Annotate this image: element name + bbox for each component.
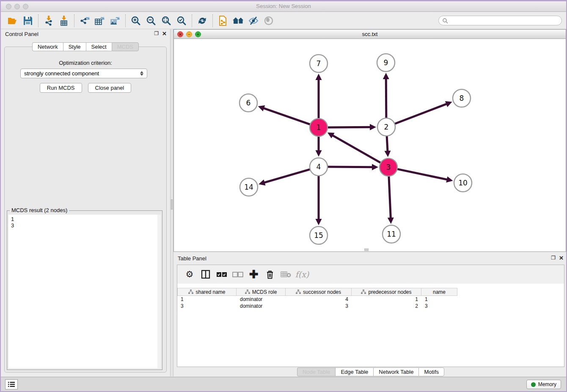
graph-edge-3-1[interactable] xyxy=(328,133,382,163)
table-cell[interactable]: 1 xyxy=(177,296,237,303)
show-graphics-details-icon[interactable] xyxy=(261,14,276,28)
network-view-window: ✕ − + scc.txt 7968124314101511 xyxy=(173,29,566,252)
graph-node-11[interactable]: 11 xyxy=(383,225,400,243)
table-options-icon[interactable]: ⚙ xyxy=(182,268,197,281)
graph-edge-4-3[interactable] xyxy=(327,164,378,170)
table-cell[interactable]: 3 xyxy=(177,303,237,309)
create-column-icon[interactable]: ✚ xyxy=(247,268,261,281)
column-label: MCDS role xyxy=(252,289,277,295)
graph-node-1[interactable]: 1 xyxy=(310,119,328,136)
select-all-checkboxes-icon[interactable] xyxy=(215,268,229,281)
deselect-all-checkboxes-icon[interactable] xyxy=(231,268,245,281)
column-type-icon xyxy=(296,290,301,294)
panel-splitter[interactable] xyxy=(170,29,173,376)
table-cell[interactable]: 1 xyxy=(421,296,457,303)
export-image-icon[interactable] xyxy=(107,14,123,28)
zoom-in-icon[interactable] xyxy=(128,14,143,28)
tab-node-table[interactable]: Node Table xyxy=(297,367,336,376)
graph-node-7[interactable]: 7 xyxy=(310,55,328,72)
open-file-icon[interactable] xyxy=(5,14,20,28)
table-cell[interactable]: 4 xyxy=(286,296,352,303)
result-scrollbar[interactable] xyxy=(157,215,161,368)
table-cell[interactable]: 2 xyxy=(352,303,421,309)
duplicate-network-icon[interactable] xyxy=(215,14,231,28)
graph-edge-1-7[interactable] xyxy=(316,74,322,119)
graph-node-6[interactable]: 6 xyxy=(239,94,257,112)
graph-edge-4-15[interactable] xyxy=(316,175,322,225)
show-column-icon[interactable] xyxy=(198,268,213,281)
tab-motifs[interactable]: Motifs xyxy=(418,367,444,376)
table-cell[interactable]: 3 xyxy=(421,303,457,309)
export-network-icon[interactable] xyxy=(77,14,92,28)
search-input[interactable] xyxy=(448,18,561,24)
graph-edge-2-9[interactable] xyxy=(383,73,389,119)
tab-style[interactable]: Style xyxy=(63,42,86,51)
column-header-name[interactable]: name xyxy=(421,288,457,296)
table-cell[interactable]: dominator xyxy=(237,296,286,303)
table-header-row: shared nameMCDS rolesuccessor nodesprede… xyxy=(177,288,564,296)
graph-node-2[interactable]: 2 xyxy=(377,118,395,136)
optimization-criterion-select[interactable]: strongly connected component xyxy=(20,69,147,78)
table-cell[interactable]: 3 xyxy=(286,303,352,309)
graph-node-9[interactable]: 9 xyxy=(377,54,395,72)
table-cell[interactable]: dominator xyxy=(237,303,286,309)
task-history-button[interactable] xyxy=(5,379,18,389)
network-graph[interactable]: 7968124314101511 xyxy=(174,39,566,252)
tab-mcds[interactable]: MCDS xyxy=(112,42,139,51)
export-table-icon[interactable] xyxy=(92,14,107,28)
window-titlebar: Session: New Session xyxy=(1,1,566,12)
import-table-icon[interactable] xyxy=(56,14,72,28)
splitter-grip[interactable] xyxy=(171,199,173,210)
close-table-panel-icon[interactable]: ✕ xyxy=(559,255,564,261)
delete-table-icon[interactable] xyxy=(279,268,293,281)
import-network-icon[interactable] xyxy=(41,14,56,28)
run-mcds-button[interactable]: Run MCDS xyxy=(40,83,82,93)
float-panel-icon[interactable]: ❐ xyxy=(154,30,159,37)
column-header-successor-nodes[interactable]: successor nodes xyxy=(286,288,352,296)
table-row[interactable]: 3dominator323 xyxy=(177,303,564,309)
graph-node-15[interactable]: 15 xyxy=(310,226,328,244)
save-session-icon[interactable] xyxy=(20,14,36,28)
graph-node-4[interactable]: 4 xyxy=(310,158,328,176)
column-header-predecessor-nodes[interactable]: predecessor nodes xyxy=(352,288,421,296)
tab-network-table[interactable]: Network Table xyxy=(373,367,418,376)
apply-layout-icon[interactable] xyxy=(195,14,210,28)
table-cell[interactable]: 1 xyxy=(352,296,421,303)
graph-edge-1-2[interactable] xyxy=(327,124,376,130)
graph-edge-2-8[interactable] xyxy=(394,101,452,124)
graph-node-8[interactable]: 8 xyxy=(453,89,471,107)
column-header-MCDS-role[interactable]: MCDS role xyxy=(237,288,286,296)
graph-edge-3-11[interactable] xyxy=(388,175,394,224)
tab-select[interactable]: Select xyxy=(86,42,112,51)
memory-button[interactable]: Memory xyxy=(526,380,561,389)
table-row[interactable]: 1dominator411 xyxy=(177,296,564,303)
zoom-selected-icon[interactable] xyxy=(174,14,189,28)
hide-graphics-details-icon[interactable] xyxy=(246,14,261,28)
close-panel-icon[interactable]: ✕ xyxy=(162,30,167,37)
tab-edge-table[interactable]: Edge Table xyxy=(335,367,373,376)
network-canvas[interactable]: 7968124314101511 xyxy=(174,39,566,251)
graph-edge-1-6[interactable] xyxy=(258,105,311,125)
float-table-panel-icon[interactable]: ❐ xyxy=(551,255,556,261)
graph-node-14[interactable]: 14 xyxy=(240,178,258,196)
column-header-shared-name[interactable]: shared name xyxy=(177,288,237,296)
network-hscroll-thumb[interactable] xyxy=(364,248,369,251)
graph-edge-1-4[interactable] xyxy=(316,135,322,157)
graph-node-3[interactable]: 3 xyxy=(380,158,397,176)
svg-text:11: 11 xyxy=(387,230,396,238)
graph-edge-2-3[interactable] xyxy=(384,135,391,157)
zoom-out-icon[interactable] xyxy=(143,14,159,28)
graph-edge-4-14[interactable] xyxy=(259,169,311,185)
table-panel: Table Panel ❐ ✕ ⚙ ✚ xyxy=(173,254,567,376)
delete-column-icon[interactable] xyxy=(263,268,277,281)
zoom-fit-icon[interactable] xyxy=(159,14,174,28)
graph-edge-3-10[interactable] xyxy=(396,169,453,182)
network-window-titlebar[interactable]: ✕ − + scc.txt xyxy=(174,30,566,39)
home-icon[interactable] xyxy=(231,14,246,28)
graph-node-10[interactable]: 10 xyxy=(454,174,472,192)
close-panel-button[interactable]: Close panel xyxy=(88,83,132,93)
tab-network[interactable]: Network xyxy=(32,42,63,51)
search-box[interactable] xyxy=(438,16,562,25)
mcds-result-text[interactable]: 1 3 xyxy=(8,215,161,368)
function-builder-icon[interactable]: f(x) xyxy=(295,268,309,281)
